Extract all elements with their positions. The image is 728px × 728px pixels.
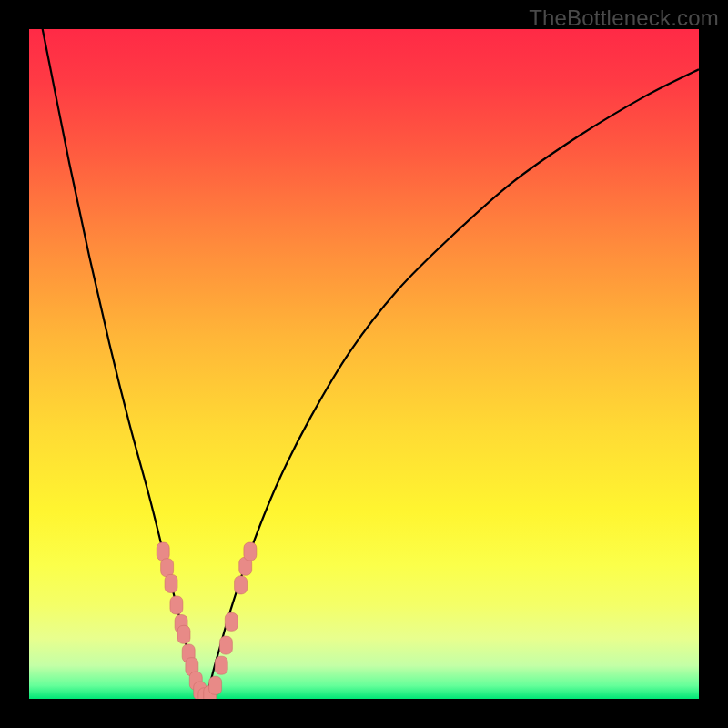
watermark-text: TheBottleneck.com [529,5,719,31]
curve-marker [165,574,177,592]
curve-marker [215,656,228,674]
curve-marker [235,576,248,594]
curve-svg [29,29,699,699]
curve-marker [225,612,238,631]
plot-area [29,29,699,699]
marker-group [157,542,257,699]
curve-marker [161,559,174,577]
curve-marker [157,542,169,561]
curve-marker [177,625,190,643]
curve-marker [244,542,257,561]
chart-frame: TheBottleneck.com [0,0,728,728]
curve-marker [170,596,183,614]
curve-marker [219,636,232,654]
bottleneck-curve [29,29,699,699]
curve-marker [209,676,222,694]
